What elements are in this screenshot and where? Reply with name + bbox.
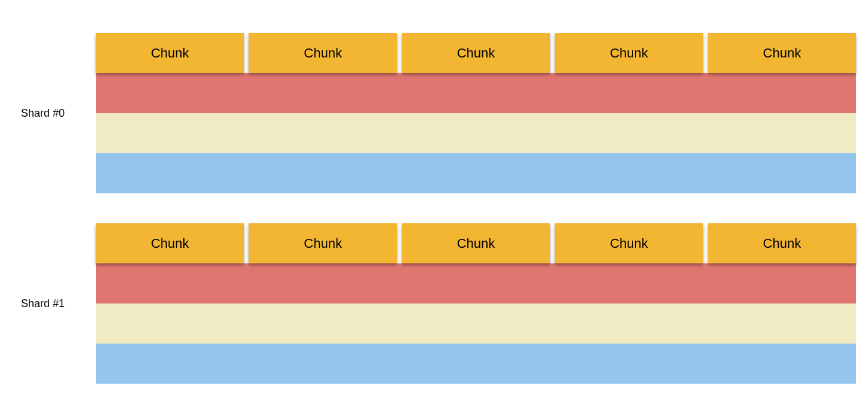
bar-blue: [96, 153, 856, 193]
chunk: Chunk: [96, 223, 244, 263]
chunk: Chunk: [249, 223, 397, 263]
chunk: Chunk: [555, 33, 703, 73]
bar-blue: [96, 344, 856, 384]
chunk: Chunk: [249, 33, 397, 73]
bar-red: [96, 263, 856, 303]
chunk: Chunk: [708, 223, 856, 263]
shard-1: Shard #1 Chunk Chunk Chunk Chunk Chunk: [12, 223, 856, 384]
chunk: Chunk: [96, 33, 244, 73]
shard-label: Shard #1: [12, 297, 96, 310]
chunk: Chunk: [555, 223, 703, 263]
chunks-row: Chunk Chunk Chunk Chunk Chunk: [96, 223, 856, 263]
chunk: Chunk: [402, 33, 550, 73]
chunks-row: Chunk Chunk Chunk Chunk Chunk: [96, 33, 856, 73]
shard-body: Chunk Chunk Chunk Chunk Chunk: [96, 223, 856, 384]
shard-body: Chunk Chunk Chunk Chunk Chunk: [96, 33, 856, 193]
shard-diagram: Shard #0 Chunk Chunk Chunk Chunk Chunk S…: [0, 0, 868, 384]
bar-red: [96, 73, 856, 113]
chunk: Chunk: [708, 33, 856, 73]
shard-0: Shard #0 Chunk Chunk Chunk Chunk Chunk: [12, 33, 856, 193]
bar-cream: [96, 303, 856, 344]
bar-cream: [96, 113, 856, 153]
chunk: Chunk: [402, 223, 550, 263]
shard-label: Shard #0: [12, 107, 96, 120]
